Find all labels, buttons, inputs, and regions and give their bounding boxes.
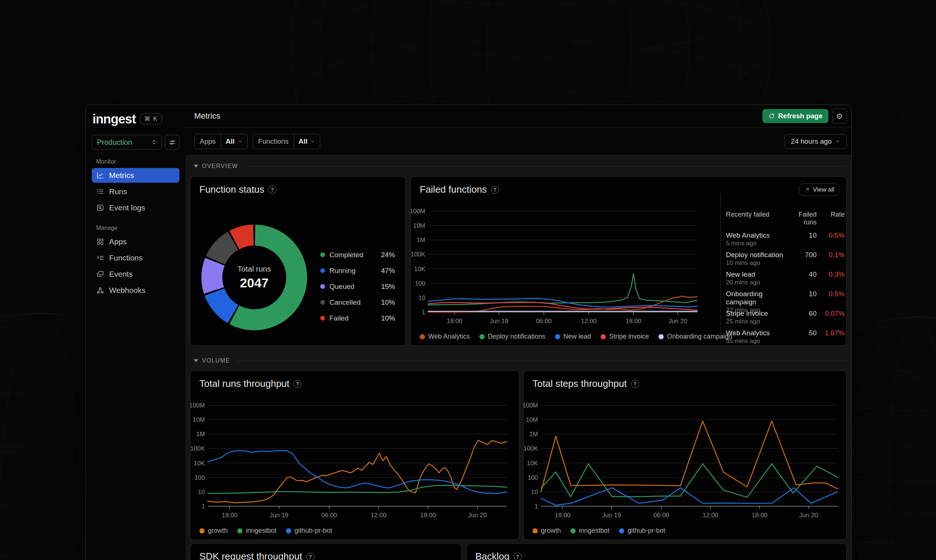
command-k-shortcut-badge[interactable]: ⌘ K [140, 114, 162, 124]
chart-line-icon [96, 171, 104, 179]
legend-dot-icon [420, 334, 425, 339]
refresh-page-button[interactable]: Refresh page [762, 109, 828, 123]
help-icon[interactable] [631, 380, 639, 388]
legend-item: github-pr-bot [619, 527, 665, 535]
svg-text:1M: 1M [416, 237, 425, 243]
failed-function-row[interactable]: Web Analytics35 mins ago501.67% [726, 329, 845, 349]
svg-text:10M: 10M [193, 416, 205, 423]
svg-text:12:00: 12:00 [371, 512, 386, 519]
status-dot-icon [320, 268, 325, 273]
legend-item: Deploy notifications [479, 333, 545, 340]
arrow-up-right-icon [804, 187, 810, 192]
svg-text:1: 1 [422, 309, 425, 316]
svg-text:100M: 100M [191, 402, 205, 409]
help-icon[interactable] [293, 380, 302, 388]
filter-bar: Apps All Functions All 24 hours ago [185, 128, 851, 155]
failed-functions-card: Failed functions View all 100M10M1M100K1… [411, 177, 847, 346]
function-status-donut-chart [201, 224, 308, 331]
help-icon[interactable] [491, 186, 499, 194]
time-range-value: 24 hours ago [791, 137, 832, 146]
sidebar-item-webhooks[interactable]: Webhooks [92, 283, 179, 298]
main-area: Metrics Refresh page ⚙ Apps All Function… [185, 105, 851, 560]
grid-apps-icon [96, 238, 104, 246]
svg-text:1: 1 [535, 503, 538, 510]
legend-item: inngestbot [570, 527, 610, 535]
failed-function-row[interactable]: Stripe invoice25 mins ago600.07% [726, 309, 845, 329]
svg-text:18:00: 18:00 [555, 512, 571, 519]
status-legend-row: Completed24% [320, 247, 395, 263]
sdk-request-title: SDK request throughput [199, 551, 302, 560]
volume-section-label: VOLUME [202, 357, 230, 364]
svg-text:Jun 20: Jun 20 [799, 512, 818, 519]
view-all-button[interactable]: View all [799, 183, 840, 196]
status-dot-icon [320, 316, 325, 320]
environment-filter-button[interactable] [165, 135, 179, 149]
overview-section-header[interactable]: OVERVIEW [190, 163, 847, 169]
failed-function-row[interactable]: Onboarding campaign22 mins ago100.5% [726, 290, 845, 309]
sidebar-item-apps[interactable]: Apps [92, 234, 179, 249]
dashboard-content: OVERVIEW Function status Total runs 2047… [185, 155, 851, 560]
help-icon[interactable] [306, 552, 314, 560]
legend-item: Stripe invoice [600, 333, 649, 340]
legend-dot-icon [555, 334, 560, 339]
chevron-down-icon [835, 138, 841, 144]
legend-dot-icon [600, 334, 606, 339]
page-title: Metrics [194, 111, 762, 121]
volume-section-header[interactable]: VOLUME [190, 357, 847, 364]
sidebar-item-event-logs[interactable]: Event logs [92, 200, 179, 215]
failed-function-row[interactable]: New lead20 mins ago400.3% [726, 271, 845, 290]
recently-failed-table-body: Web Analytics5 mins ago100.5%Deploy noti… [726, 231, 845, 349]
svg-text:06:00: 06:00 [654, 512, 670, 519]
svg-text:100: 100 [195, 474, 205, 481]
chevron-down-icon [237, 138, 243, 144]
recently-failed-table: Recently failed Failed runs Rate Web Ana… [726, 211, 845, 349]
svg-text:18:00: 18:00 [420, 512, 436, 519]
functions-filter[interactable]: Functions All [253, 134, 320, 149]
failed-function-row[interactable]: Deploy notification10 mins ago7000.1% [726, 251, 845, 271]
svg-text:12:00: 12:00 [702, 512, 718, 519]
svg-text:18:00: 18:00 [626, 318, 642, 325]
svg-text:10: 10 [198, 489, 205, 495]
function-status-card: Function status Total runs 2047 Complete… [190, 177, 406, 346]
legend-item: Web Analytics [420, 333, 470, 340]
help-icon[interactable] [268, 186, 276, 194]
status-dot-icon [320, 284, 325, 289]
failed-functions-chart: 100M10M1M100K10K10010118:00Jun 1906:0012… [411, 208, 706, 329]
failed-functions-title: Failed functions [420, 184, 487, 195]
svg-text:Jun 20: Jun 20 [668, 318, 687, 325]
sidebar-item-functions[interactable]: Functions [92, 251, 179, 265]
nav-section-label: Monitor [96, 158, 179, 165]
legend-item: New lead [555, 333, 591, 340]
svg-text:1: 1 [202, 503, 205, 510]
events-icon [96, 270, 104, 278]
environment-select[interactable]: Production [92, 135, 162, 149]
total-runs-title: Total runs throughput [199, 378, 289, 389]
svg-text:12:00: 12:00 [581, 318, 597, 325]
svg-text:100K: 100K [523, 445, 538, 452]
svg-text:06:00: 06:00 [321, 512, 337, 519]
total-steps-title: Total steps throughput [533, 378, 627, 389]
apps-filter[interactable]: Apps All [194, 134, 248, 149]
sidebar-item-metrics[interactable]: Metrics [92, 168, 179, 183]
total-steps-throughput-card: Total steps throughput 100M10M1M100K10K1… [523, 371, 847, 540]
gear-icon: ⚙ [836, 112, 843, 120]
svg-text:100M: 100M [411, 208, 425, 215]
legend-item: Onboarding campaign [659, 333, 732, 340]
failed-function-row[interactable]: Web Analytics5 mins ago100.5% [726, 231, 845, 251]
sidebar-item-runs[interactable]: Runs [92, 184, 179, 199]
legend-dot-icon [479, 334, 485, 339]
webhooks-icon [96, 286, 104, 294]
svg-text:10: 10 [418, 294, 425, 302]
svg-text:Jun 20: Jun 20 [468, 512, 487, 519]
svg-text:Jun 19: Jun 19 [269, 512, 288, 519]
legend-dot-icon [619, 528, 624, 534]
total-runs-chart-legend: growthinngestbotgithub-pr-bot [199, 527, 332, 535]
svg-text:1M: 1M [196, 431, 205, 438]
settings-button[interactable]: ⚙ [832, 109, 847, 123]
sidebar-item-events[interactable]: Events [92, 267, 179, 282]
chevron-down-icon [310, 138, 316, 144]
svg-text:Jun 19: Jun 19 [490, 318, 508, 325]
legend-dot-icon [237, 528, 242, 534]
time-range-select[interactable]: 24 hours ago [785, 134, 847, 149]
help-icon[interactable] [514, 552, 522, 560]
